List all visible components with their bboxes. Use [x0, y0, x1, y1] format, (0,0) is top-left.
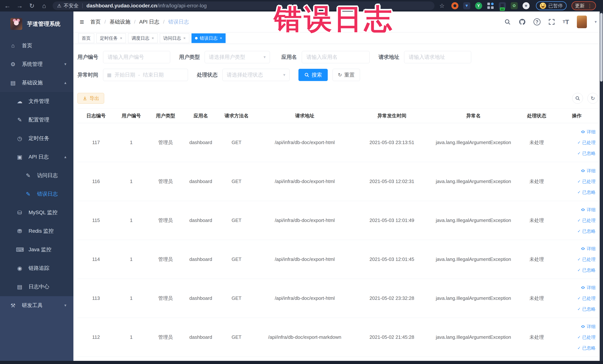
sidebar-item-infra[interactable]: ▤基础设施▴: [0, 73, 73, 92]
user-id-input[interactable]: [103, 51, 170, 63]
not-secure-label[interactable]: 不安全: [64, 2, 79, 9]
fullscreen-icon[interactable]: [548, 19, 555, 25]
ignored-link[interactable]: ✓已忽略: [577, 267, 596, 273]
row-actions: 详细✓已处理✓已忽略: [555, 168, 598, 195]
close-icon[interactable]: ×: [220, 36, 222, 41]
sidebar-item-job[interactable]: ◷定时任务: [0, 129, 73, 148]
help-icon[interactable]: ?: [533, 18, 541, 25]
browser-reload-icon[interactable]: ↻: [27, 2, 37, 10]
bookmark-star-icon[interactable]: ☆: [439, 2, 445, 9]
close-icon[interactable]: ×: [152, 36, 154, 41]
tab-access-log[interactable]: 访问日志×: [160, 33, 189, 43]
sidebar-item-log-center[interactable]: ▤日志中心: [0, 277, 73, 296]
breadcrumb-item[interactable]: API 日志: [139, 18, 159, 25]
ignored-link[interactable]: ✓已忽略: [577, 306, 596, 312]
cell-app_name: dashboard: [183, 218, 218, 223]
processed-link[interactable]: ✓已处理: [577, 334, 596, 340]
github-icon[interactable]: [519, 18, 526, 25]
processed-link[interactable]: ✓已处理: [577, 257, 596, 262]
export-button[interactable]: 导出: [78, 93, 104, 104]
cell-app_name: dashboard: [183, 295, 218, 301]
sidebar-item-file[interactable]: ☁文件管理: [0, 92, 73, 110]
sidebar-item-label: 访问日志: [37, 172, 58, 179]
browser-update-button[interactable]: 更新 ⋮: [571, 1, 596, 10]
detail-link[interactable]: 详细: [581, 285, 596, 291]
detail-link[interactable]: 详细: [581, 168, 596, 174]
sidebar-item-java[interactable]: ⌨Java 监控: [0, 240, 73, 259]
ignored-link[interactable]: ✓已忽略: [577, 150, 596, 156]
pin-extension-icon[interactable]: ★: [522, 2, 530, 9]
profile-paused-chip[interactable]: 已暂停: [536, 1, 567, 10]
orange-extension-icon[interactable]: [451, 2, 458, 9]
user-type-select[interactable]: 请选择用户类型 ▾: [205, 51, 270, 63]
cell-user_type: 管理员: [148, 139, 183, 146]
active-tab-dot: [195, 37, 197, 39]
tab-label: 访问日志: [163, 35, 181, 41]
sidebar-item-error-log[interactable]: ✎错误日志: [0, 185, 73, 203]
sidebar-item-system[interactable]: ⚙系统管理▾: [0, 55, 73, 73]
eye-icon: [581, 324, 585, 329]
url-path: /infra/log/api-error-log: [157, 3, 207, 9]
detail-link[interactable]: 详细: [581, 324, 596, 329]
ignored-link[interactable]: ✓已忽略: [577, 345, 596, 351]
processed-link[interactable]: ✓已处理: [577, 218, 596, 223]
browser-forward-icon[interactable]: →: [15, 2, 24, 10]
grid-extension-icon[interactable]: [487, 2, 494, 9]
browser-home-icon[interactable]: ⌂: [39, 2, 49, 10]
tab-error-log[interactable]: 错误日志×: [191, 33, 226, 43]
processed-link[interactable]: ✓已处理: [577, 295, 596, 301]
sidebar-item-access-log[interactable]: ✎访问日志: [0, 166, 73, 185]
tab-label: 错误日志: [200, 35, 218, 41]
on-badge-extension-icon[interactable]: ☰on: [499, 2, 506, 9]
request-url-input[interactable]: [404, 51, 471, 63]
check-icon: ✓: [577, 296, 581, 301]
cell-method: GET: [218, 218, 255, 223]
url-text[interactable]: dashboard.yudao.iocoder.cn/infra/log/api…: [86, 3, 207, 9]
request-url-label: 请求地址: [379, 54, 399, 61]
process-status-select[interactable]: 请选择处理状态 ▾: [222, 69, 290, 81]
user-avatar[interactable]: [577, 16, 587, 28]
exception-time-range-picker[interactable]: ▦ 开始日期 - 结束日期: [103, 69, 188, 81]
sidebar-item-dev-tools[interactable]: ⚒研发工具▾: [0, 296, 73, 315]
sidebar-item-mysql[interactable]: ⛁MySQL 监控: [0, 203, 73, 222]
detail-link[interactable]: 详细: [581, 246, 596, 252]
page-scrollbar[interactable]: [600, 12, 603, 361]
breadcrumb-item[interactable]: 首页: [90, 18, 101, 25]
blue-extension-icon[interactable]: ▼: [463, 2, 470, 9]
sidebar-item-home[interactable]: ⌂首页: [0, 36, 73, 55]
chevron-down-icon[interactable]: ▾: [595, 20, 597, 24]
detail-link[interactable]: 详细: [581, 207, 596, 213]
close-icon[interactable]: ×: [183, 36, 186, 41]
refresh-table-button[interactable]: ↻: [587, 93, 598, 104]
cell-user_type: 管理员: [148, 295, 183, 302]
processed-link[interactable]: ✓已处理: [577, 140, 596, 146]
sidebar-item-config[interactable]: ✎配置管理: [0, 110, 73, 129]
processed-link[interactable]: ✓已处理: [577, 178, 596, 185]
leaf-extension-icon[interactable]: ✿: [511, 2, 518, 9]
tab-home[interactable]: 首页: [78, 33, 94, 43]
app-name-input[interactable]: [302, 51, 370, 63]
browser-menu-icon[interactable]: ⋮: [587, 3, 592, 9]
green-extension-icon[interactable]: Y: [475, 2, 482, 9]
sidebar-item-tracer[interactable]: ◉链路追踪: [0, 259, 73, 277]
scrollbar-thumb[interactable]: [600, 13, 603, 82]
reset-button[interactable]: ↻ 重置: [333, 69, 360, 81]
font-size-icon[interactable]: TT: [563, 18, 569, 26]
paused-label: 已暂停: [548, 3, 563, 9]
tab-job[interactable]: 定时任务×: [96, 33, 126, 43]
browser-back-icon[interactable]: ←: [3, 2, 12, 10]
search-icon[interactable]: [504, 19, 511, 25]
check-icon: ✓: [577, 218, 581, 223]
ignored-link[interactable]: ✓已忽略: [577, 228, 596, 234]
close-icon[interactable]: ×: [120, 36, 122, 41]
hide-search-button[interactable]: [572, 93, 583, 104]
detail-link[interactable]: 详细: [581, 129, 596, 135]
chevron-down-icon: ▾: [283, 72, 285, 77]
sidebar-item-api-log[interactable]: ▣API 日志▴: [0, 148, 73, 166]
ignored-link[interactable]: ✓已忽略: [577, 189, 596, 195]
tab-job-log[interactable]: 调度日志×: [128, 33, 158, 43]
breadcrumb-item[interactable]: 基础设施: [110, 18, 130, 25]
search-button[interactable]: 搜索: [299, 69, 328, 81]
sidebar-item-redis[interactable]: ⛃Redis 监控: [0, 222, 73, 240]
sidebar-toggle-icon[interactable]: ≡: [80, 18, 84, 26]
